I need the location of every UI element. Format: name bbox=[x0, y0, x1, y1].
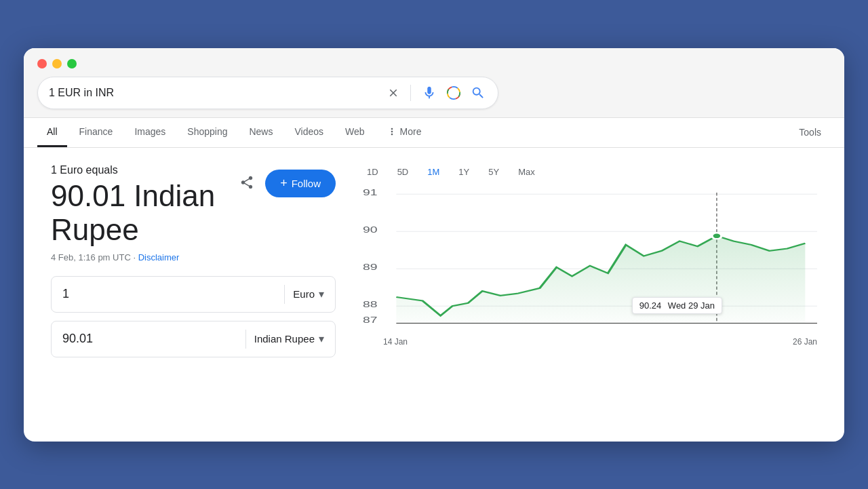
traffic-light-green[interactable] bbox=[67, 59, 77, 69]
browser-window: 1 EUR in INR bbox=[24, 48, 844, 442]
traffic-light-red[interactable] bbox=[37, 59, 47, 69]
tab-images[interactable]: Images bbox=[125, 118, 175, 147]
chart-x-labels: 14 Jan 26 Jan bbox=[363, 334, 817, 347]
divider bbox=[284, 285, 285, 304]
chart-time-tabs: 1D 5D 1M 1Y 5Y Max bbox=[363, 164, 817, 180]
to-value-input[interactable] bbox=[62, 332, 237, 346]
traffic-lights bbox=[37, 59, 831, 69]
svg-marker-15 bbox=[396, 235, 805, 323]
search-button[interactable] bbox=[469, 84, 487, 102]
search-bar-row: 1 EUR in INR bbox=[37, 77, 831, 109]
svg-text:88: 88 bbox=[363, 300, 378, 309]
x-label-14jan: 14 Jan bbox=[383, 337, 408, 347]
voice-search-button[interactable] bbox=[420, 84, 438, 102]
equals-section: 1 Euro equals 90.01 Indian Rupee bbox=[51, 164, 237, 252]
chart-tab-1y[interactable]: 1Y bbox=[454, 164, 473, 180]
equals-label: 1 Euro equals bbox=[51, 164, 237, 176]
traffic-light-yellow[interactable] bbox=[52, 59, 62, 69]
tab-web[interactable]: Web bbox=[336, 118, 374, 147]
chart-tooltip: 90.24 Wed 29 Jan bbox=[632, 297, 722, 314]
tab-shopping[interactable]: Shopping bbox=[178, 118, 237, 147]
tab-videos[interactable]: Videos bbox=[285, 118, 333, 147]
from-currency-label: Euro bbox=[293, 288, 315, 300]
chart-wrapper: 91 90 89 88 87 bbox=[363, 185, 817, 334]
follow-button[interactable]: + Follow bbox=[265, 170, 336, 197]
tab-news[interactable]: News bbox=[239, 118, 282, 147]
x-label-26jan: 26 Jan bbox=[793, 337, 817, 347]
chart-tab-5d[interactable]: 5D bbox=[393, 164, 413, 180]
tools-button[interactable]: Tools bbox=[789, 119, 831, 146]
chart-tab-1m[interactable]: 1M bbox=[423, 164, 443, 180]
search-query-text: 1 EUR in INR bbox=[49, 87, 379, 99]
content-area: 1 Euro equals 90.01 Indian Rupee + Follo… bbox=[24, 148, 844, 382]
tab-more[interactable]: More bbox=[377, 118, 431, 147]
chart-tooltip-dot bbox=[712, 233, 722, 239]
svg-text:91: 91 bbox=[363, 188, 378, 197]
follow-label: Follow bbox=[292, 178, 321, 189]
chevron-down-icon2: ▾ bbox=[319, 332, 324, 345]
chevron-down-icon: ▾ bbox=[319, 288, 324, 300]
browser-chrome: 1 EUR in INR bbox=[24, 48, 844, 118]
chart-tab-5y[interactable]: 5Y bbox=[484, 164, 503, 180]
search-icons bbox=[386, 84, 487, 102]
chart-svg: 91 90 89 88 87 bbox=[363, 185, 817, 334]
from-value-input[interactable] bbox=[62, 287, 276, 301]
chart-tab-max[interactable]: Max bbox=[514, 164, 539, 180]
search-bar[interactable]: 1 EUR in INR bbox=[37, 77, 498, 109]
from-currency-select[interactable]: Euro ▾ bbox=[293, 288, 324, 300]
right-panel: 1D 5D 1M 1Y 5Y Max 91 90 bbox=[363, 164, 817, 366]
main-value: 90.01 Indian Rupee bbox=[51, 179, 237, 247]
disclaimer-link[interactable]: Disclaimer bbox=[138, 252, 180, 262]
from-converter[interactable]: Euro ▾ bbox=[51, 276, 336, 313]
timestamp: 4 Feb, 1:16 pm UTC · Disclaimer bbox=[51, 252, 336, 262]
divider2 bbox=[245, 330, 246, 349]
tooltip-date: Wed 29 Jan bbox=[668, 300, 715, 311]
svg-text:89: 89 bbox=[363, 262, 378, 271]
chart-tab-1d[interactable]: 1D bbox=[363, 164, 382, 180]
tab-finance[interactable]: Finance bbox=[70, 118, 123, 147]
clear-button[interactable] bbox=[386, 85, 401, 100]
to-currency-label: Indian Rupee bbox=[254, 333, 315, 345]
svg-text:90: 90 bbox=[363, 225, 378, 234]
actions-group: + Follow bbox=[237, 170, 336, 197]
to-converter[interactable]: Indian Rupee ▾ bbox=[51, 321, 336, 357]
left-panel: 1 Euro equals 90.01 Indian Rupee + Follo… bbox=[51, 164, 336, 366]
lens-button[interactable] bbox=[445, 84, 462, 102]
share-button[interactable] bbox=[237, 172, 257, 195]
tooltip-value: 90.24 bbox=[639, 300, 662, 311]
nav-tabs: All Finance Images Shopping News Videos … bbox=[24, 118, 844, 148]
tab-all[interactable]: All bbox=[37, 118, 67, 147]
svg-text:87: 87 bbox=[363, 315, 378, 324]
to-currency-select[interactable]: Indian Rupee ▾ bbox=[254, 332, 324, 345]
header-row: 1 Euro equals 90.01 Indian Rupee + Follo… bbox=[51, 164, 336, 252]
